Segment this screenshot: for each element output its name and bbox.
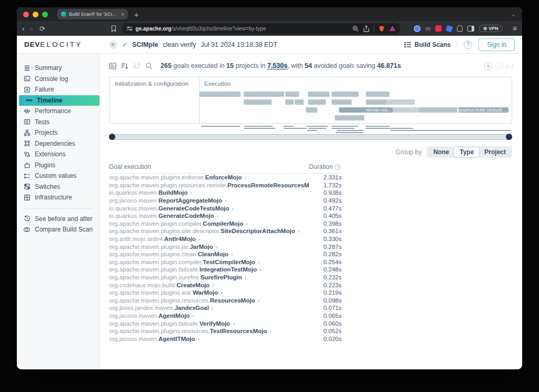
build-scans-link[interactable]: Build Scans (404, 41, 451, 48)
goal-link[interactable]: io.quarkus.maven.BuildMojo› (109, 189, 309, 196)
sidebar-toggle-icon[interactable] (467, 26, 474, 32)
m-extension-icon[interactable]: m (425, 25, 431, 32)
timeline-bar[interactable] (308, 99, 326, 105)
goal-prefix: org.apache.maven.plugins.war. (109, 289, 193, 296)
goal-link[interactable]: io.quarkus.maven.GenerateCodeTestsMojo› (109, 205, 309, 212)
zoom-out-button[interactable]: − (495, 62, 503, 70)
timeline-bar[interactable] (366, 92, 390, 97)
timeline-bar-labeled[interactable]: remote-res... (339, 107, 393, 113)
goal-link[interactable]: org.apache.maven.plugin.compiler.TestCom… (109, 259, 309, 265)
sidebar-item-compare-build-scan[interactable]: Compare Build Scan (17, 224, 99, 235)
sidebar-item-plugins[interactable]: Plugins (17, 160, 99, 171)
zoom-page-icon[interactable] (352, 25, 359, 32)
sidebar-item-failure[interactable]: Failure (17, 84, 99, 95)
address-bar[interactable]: ge.apache.org/s/vheqfd3u3qchs/timeline?v… (122, 23, 400, 34)
timeline-bar[interactable] (393, 107, 419, 113)
goal-link[interactable]: org.jacoco.maven.AgentITMojo› (109, 336, 309, 342)
timeline-bar[interactable] (386, 99, 415, 105)
slider-left-handle[interactable] (109, 134, 115, 140)
tab-list-chevron-icon[interactable]: ⌄ (512, 12, 516, 17)
timeline-bar[interactable] (244, 99, 272, 105)
goal-link[interactable]: org.apache.maven.plugins.war.WarMojo› (109, 289, 309, 296)
goal-link[interactable]: org.apache.maven.plugins.resources.Resou… (109, 297, 309, 304)
new-tab-button[interactable]: + (134, 10, 139, 19)
timeline-bar[interactable] (295, 99, 304, 105)
timeline-bar[interactable] (285, 92, 299, 97)
sidebar-item-custom-values[interactable]: Custom values (17, 170, 99, 182)
timeline-bar[interactable] (199, 92, 241, 97)
sidebar-item-console-log[interactable]: Console log (17, 74, 99, 85)
details-view-icon[interactable] (109, 63, 116, 69)
help-icon[interactable]: ? (464, 41, 472, 49)
sort-descending-icon[interactable] (121, 63, 128, 69)
duration-help-icon[interactable]: ? (335, 164, 341, 170)
sidebar-item-performance[interactable]: Performance (17, 106, 99, 117)
timeline-bar[interactable] (332, 92, 358, 97)
forward-button[interactable]: › (31, 25, 33, 33)
sort-ascending-icon[interactable] (133, 63, 141, 69)
slider-right-handle[interactable] (506, 134, 512, 140)
vpn-button[interactable]: ⊜VPN (479, 25, 503, 32)
goal-link[interactable]: org.apache.maven.plugins.site.descriptor… (109, 228, 309, 234)
search-icon[interactable] (145, 62, 153, 69)
sidebar-item-timeline[interactable]: Timeline (19, 95, 99, 106)
sign-in-button[interactable]: Sign in (478, 38, 515, 51)
menu-button[interactable]: ≡ (513, 24, 517, 33)
timeline-range-slider[interactable] (109, 134, 512, 140)
timeline-bar-labeled[interactable]: quarkus:build (default) ... (458, 107, 508, 113)
timeline-bar[interactable] (306, 107, 317, 113)
maximize-window-button[interactable] (42, 12, 48, 17)
back-button[interactable]: ‹ (22, 25, 24, 33)
sidebar-item-see-before-and-after[interactable]: See before and after (17, 214, 99, 225)
zoom-in-button[interactable]: + (484, 62, 492, 70)
timeline-bar[interactable] (419, 107, 457, 113)
group-by-option-none[interactable]: None (428, 147, 454, 157)
goal-link[interactable]: io.quarkus.maven.GenerateCodeMojo› (109, 213, 309, 219)
brave-shield-icon[interactable] (378, 25, 385, 32)
timeline-bar[interactable] (335, 115, 364, 120)
sidebar-item-summary[interactable]: Summary (17, 63, 99, 74)
timeline-bar[interactable] (285, 99, 294, 105)
goal-link[interactable]: org.apache.maven.plugins.resources.TestR… (109, 328, 309, 334)
goal-link[interactable]: org.apache.maven.plugin.failsafe.VerifyM… (109, 320, 309, 327)
goal-link[interactable]: org.apache.maven.plugin.surefire.Surefir… (109, 274, 309, 280)
goal-link[interactable]: org.jboss.jandex.maven.JandexGoal› (109, 305, 309, 311)
goal-link[interactable]: org.codehaus.mojo.build.CreateMojo› (109, 282, 309, 288)
site-settings-icon[interactable] (126, 26, 133, 31)
group-by-option-project[interactable]: Project (479, 147, 511, 157)
sidebar-item-dependencies[interactable]: Dependencies (17, 138, 99, 149)
goal-link[interactable]: org.antlr.mojo.antlr4.Antlr4Mojo› (109, 236, 309, 242)
timeline-bar[interactable] (366, 99, 386, 105)
sidebar-item-tests[interactable]: Tests (17, 117, 99, 128)
goal-link[interactable]: org.apache.maven.plugins.jar.JarMojo› (109, 244, 309, 250)
minimize-window-button[interactable] (33, 12, 38, 17)
goal-link[interactable]: org.jacoco.maven.ReportAggregateMojo› (109, 197, 309, 204)
goal-link[interactable]: org.apache.maven.plugins.clean.CleanMojo… (109, 251, 309, 257)
close-window-button[interactable] (23, 12, 29, 17)
timeline-bar[interactable] (244, 92, 284, 97)
timeline-bar[interactable] (308, 92, 330, 97)
sidebar-item-projects[interactable]: Projects (17, 127, 99, 138)
extension-triangle-icon[interactable] (389, 25, 396, 32)
fit-width-button[interactable]: |↔| (506, 63, 512, 69)
password-extension-icon[interactable] (414, 25, 421, 32)
timeline-bar[interactable] (332, 99, 352, 105)
bookmark-icon[interactable] (111, 25, 117, 32)
goal-link[interactable]: org.apache.maven.plugin.resources.remote… (109, 182, 309, 188)
share-icon[interactable] (363, 25, 370, 32)
reload-button[interactable]: ⟳ (39, 25, 45, 33)
sidebar-item-infrastructure[interactable]: Infrastructure (17, 192, 99, 203)
blue-extension-icon[interactable] (445, 25, 453, 32)
goal-link[interactable]: org.jacoco.maven.AgentMojo› (109, 313, 309, 319)
goal-chevron-icon: › (259, 266, 262, 273)
sidebar-item-extensions[interactable]: Extensions (17, 149, 99, 160)
red-extension-icon[interactable] (435, 25, 442, 32)
tab-close-icon[interactable]: × (121, 12, 124, 17)
goal-link[interactable]: org.apache.maven.plugin.compiler.Compile… (109, 220, 309, 227)
ghostery-extension-icon[interactable] (457, 25, 463, 32)
browser-tab[interactable]: Build Scan® for 'SCIMple' on × (57, 9, 128, 19)
group-by-option-type[interactable]: Type (454, 147, 479, 157)
sidebar-item-switches[interactable]: Switches (17, 182, 99, 193)
goal-link[interactable]: org.apache.maven.plugin.failsafe.Integra… (109, 266, 309, 273)
goal-link[interactable]: org.apache.maven.plugins.enforcer.Enforc… (109, 174, 309, 180)
